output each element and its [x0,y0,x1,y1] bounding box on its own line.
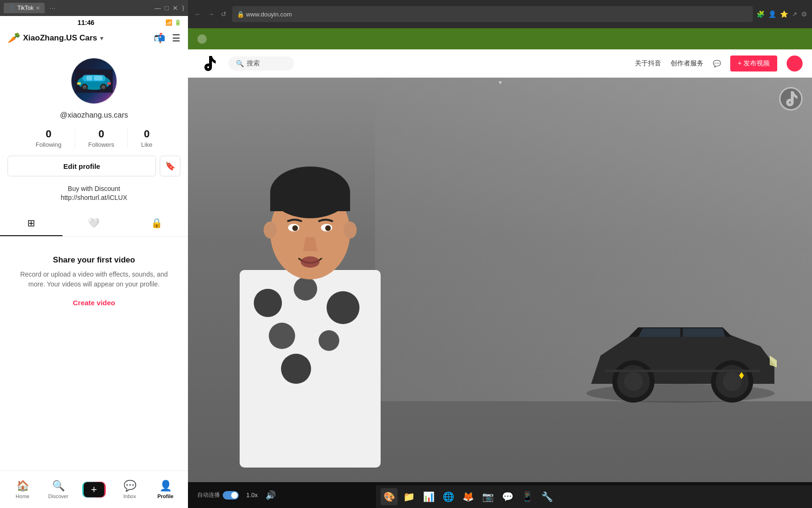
taskbar-item-files[interactable]: 📁 [400,488,417,505]
svg-point-36 [344,222,357,238]
auto-play-toggle[interactable]: 自动连播 [197,491,239,500]
address-bar[interactable]: 🔒 www.douyin.com [232,6,753,22]
following-stat[interactable]: 0 Following [23,128,75,148]
bottom-nav: 🏠 Home 🔍 Discover + 💬 Inbox 👤 Profile [0,470,188,508]
lock-icon: 🔒 [151,217,163,229]
window-close-btn[interactable]: ✕ [172,4,178,12]
publish-video-button[interactable]: + 发布视频 [730,56,777,71]
browser-tab[interactable]: 🎵 TikTok ✕ [4,3,45,13]
nav-profile[interactable]: 👤 Profile [154,480,177,499]
playback-speed-label[interactable]: 1.0x [246,492,258,499]
svg-point-35 [264,222,277,238]
svg-point-15 [624,372,643,391]
browser-nav-icons: ← → ↺ [193,9,228,19]
nav-home[interactable]: 🏠 Home [11,480,34,499]
nav-discover[interactable]: 🔍 Discover [47,480,70,499]
tiktok-panel: 🥕 XiaoZhang.US Cars ▾ 📬 ☰ [0,0,188,508]
nav-inbox[interactable]: 💬 Inbox [118,480,141,499]
star-icon[interactable]: ⭐ [780,10,788,18]
tab-videos[interactable]: ⊞ [0,211,62,236]
nav-create[interactable]: + [82,482,106,498]
window-buttons: — □ ✕ ⟩ [155,4,184,12]
douyin-watermark [779,87,803,111]
header-username[interactable]: XiaoZhang.US Cars [23,33,97,43]
svg-point-33 [325,225,331,231]
followers-stat[interactable]: 0 Followers [75,128,128,148]
chevron-down-icon[interactable]: ▾ [100,34,103,42]
taskbar-item-firefox[interactable]: 🦊 [460,488,476,505]
svg-point-34 [301,256,320,268]
taskbar-item-phone[interactable]: 📱 [519,488,536,505]
phone-status-icons: 📶 🔋 [165,19,181,26]
bio-line1: Buy with Discount [61,184,127,194]
taskbar-item-chat[interactable]: 💬 [499,488,516,505]
browser-back-btn[interactable]: ← [193,9,203,19]
bookmark-button[interactable]: 🔖 [160,156,180,176]
svg-point-24 [319,330,339,351]
inbox-icon[interactable]: 📬 [154,32,165,44]
followers-count: 0 [98,128,104,140]
douyin-search-text: 搜索 [247,59,260,68]
create-plus-button[interactable]: + [82,482,106,498]
nav-about-douyin[interactable]: 关于抖音 [635,59,661,68]
taskbar-item-excel[interactable]: 📊 [420,488,437,505]
video-scene [188,78,812,482]
tab-private[interactable]: 🔒 [125,211,188,236]
tab-liked[interactable]: 🤍 [62,211,125,236]
car-visual [563,290,798,421]
nav-chat-icon[interactable]: 💬 [713,60,721,67]
discover-icon: 🔍 [52,480,65,492]
taskbar: 🎨 📁 📊 🌐 🦊 📷 💬 📱 🔧 🔗 中 英 🔊 上午 11:46 [376,485,812,508]
svg-point-20 [254,289,282,317]
edit-profile-button[interactable]: Edit profile [8,156,156,176]
empty-state: Share your first video Record or upload … [0,237,188,307]
bio-link[interactable]: http://shorturl.at/iCLUX [61,194,127,201]
following-label: Following [36,141,62,148]
likes-stat[interactable]: 0 Like [128,128,165,148]
svg-rect-11 [107,82,111,85]
douyin-search-box[interactable]: 🔍 搜索 [228,56,294,71]
nav-creator-services[interactable]: 创作者服务 [671,59,703,68]
taskbar-item-chrome[interactable]: 🌐 [440,488,457,505]
douyin-search-icon: 🔍 [236,60,244,67]
svg-rect-29 [270,192,350,211]
window-extend-btn[interactable]: ⟩ [182,4,184,12]
empty-description: Record or upload a video with effects, s… [11,270,177,289]
svg-point-32 [292,225,298,231]
person-visual [211,138,409,482]
home-icon: 🏠 [16,480,29,492]
followers-label: Followers [88,141,115,148]
phone-status-bar: 11:46 📶 🔋 [0,16,188,29]
taskbar-item-settings[interactable]: 🔧 [539,488,555,505]
likes-count: 0 [144,128,149,140]
window-maximize-btn[interactable]: □ [165,4,169,12]
profile-scroll[interactable]: @xiaozhang.us.cars 0 Following 0 Followe… [0,48,188,508]
volume-icon[interactable]: 🔊 [265,490,276,500]
share-icon[interactable]: ↗ [792,10,797,18]
settings-browser-icon[interactable]: ⚙ [801,10,807,18]
douyin-header: 🔍 搜索 关于抖音 创作者服务 💬 + 发布视频 [188,49,812,78]
taskbar-item-camera[interactable]: 📷 [479,488,496,505]
browser-refresh-btn[interactable]: ↺ [219,9,228,19]
browser-right-icons: 🧩 👤 ⭐ ↗ ⚙ [757,10,807,18]
douyin-green-bar [188,28,812,49]
tiktok-header: 🥕 XiaoZhang.US Cars ▾ 📬 ☰ [0,28,188,48]
menu-icon[interactable]: ☰ [172,32,180,44]
extensions-icon[interactable]: 🧩 [757,10,765,18]
auto-play-track[interactable] [223,491,239,500]
bookmark-icon: 🔖 [165,161,175,171]
douyin-user-avatar[interactable] [787,56,803,71]
create-video-button[interactable]: Create video [73,299,115,307]
profile-content: @xiaozhang.us.cars 0 Following 0 Followe… [0,48,188,211]
window-minimize-btn[interactable]: — [155,4,161,12]
stats-row: 0 Following 0 Followers 0 Like [8,128,180,148]
tab-title: TikTok [17,5,33,11]
browser-forward-btn[interactable]: → [206,9,216,19]
profile-browser-icon[interactable]: 👤 [768,10,776,18]
taskbar-item-adobe[interactable]: 🎨 [381,488,398,505]
tab-more-btn[interactable]: ⋯ [47,3,58,14]
tab-close-btn[interactable]: ✕ [36,5,40,11]
avatar[interactable] [70,57,117,104]
chevron-up-icon: ▾ [499,79,502,86]
video-area[interactable] [188,78,812,482]
